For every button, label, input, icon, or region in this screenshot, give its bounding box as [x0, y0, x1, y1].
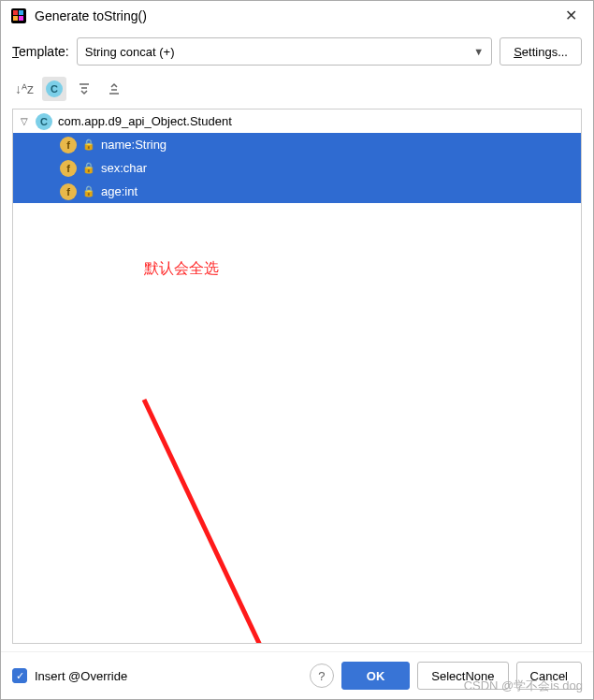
lock-icon: 🔒 — [82, 139, 95, 151]
close-icon[interactable]: ✕ — [558, 7, 584, 24]
watermark: CSDN @学不会is dog — [464, 678, 583, 694]
lock-icon: 🔒 — [82, 185, 95, 197]
annotation-arrow-icon — [107, 390, 350, 644]
svg-rect-4 — [19, 16, 23, 21]
dialog-title: Generate toString() — [35, 8, 558, 23]
tree-class-row[interactable]: ▽ C com.app.d9_api_Object.Student — [13, 109, 581, 133]
chevron-down-icon: ▼ — [473, 46, 484, 57]
help-icon[interactable]: ? — [310, 664, 334, 688]
toolbar: ↓ᴬz C — [1, 73, 593, 105]
override-checkbox[interactable]: ✓ — [12, 668, 27, 683]
sort-alpha-icon[interactable]: ↓ᴬz — [12, 77, 36, 101]
annotation-text: 默认会全选 — [144, 259, 219, 279]
template-select[interactable]: String concat (+) ▼ — [77, 37, 492, 66]
template-value: String concat (+) — [85, 45, 175, 59]
field-label: name:String — [101, 138, 167, 152]
settings-button[interactable]: Settings... — [500, 37, 582, 66]
tree-field-row[interactable]: f 🔒 sex:char — [13, 156, 581, 180]
svg-rect-1 — [13, 10, 18, 15]
tree-field-row[interactable]: f 🔒 age:int — [13, 180, 581, 203]
titlebar: Generate toString() ✕ — [1, 1, 593, 30]
caret-down-icon[interactable]: ▽ — [19, 116, 30, 126]
field-badge-icon: f — [60, 137, 77, 153]
dialog: Generate toString() ✕ Template: String c… — [0, 0, 594, 700]
field-label: age:int — [101, 184, 138, 198]
class-name: com.app.d9_api_Object.Student — [58, 114, 232, 128]
template-label: Template: — [12, 44, 69, 59]
svg-line-9 — [144, 400, 303, 644]
tree[interactable]: ▽ C com.app.d9_api_Object.Student f 🔒 na… — [12, 109, 582, 644]
app-icon — [10, 7, 27, 24]
tree-field-row[interactable]: f 🔒 name:String — [13, 133, 581, 156]
field-badge-icon: f — [60, 183, 77, 200]
field-badge-icon: f — [60, 160, 77, 177]
lock-icon: 🔒 — [82, 162, 95, 174]
expand-all-icon[interactable] — [72, 77, 96, 101]
class-badge-icon: C — [36, 113, 52, 130]
template-row: Template: String concat (+) ▼ Settings..… — [1, 30, 593, 73]
ok-button[interactable]: OK — [341, 662, 411, 690]
svg-rect-3 — [13, 16, 18, 21]
svg-rect-2 — [19, 10, 23, 15]
override-label: Insert @Override — [35, 669, 127, 683]
show-class-icon[interactable]: C — [42, 77, 66, 101]
collapse-all-icon[interactable] — [102, 77, 126, 101]
field-label: sex:char — [101, 161, 147, 175]
